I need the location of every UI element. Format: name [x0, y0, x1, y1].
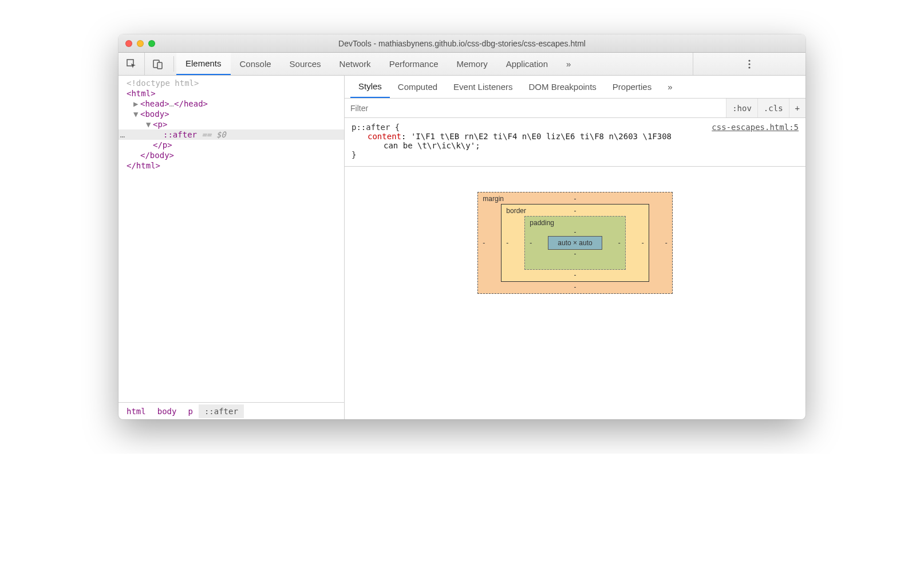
padding-right[interactable]: -: [618, 239, 621, 247]
box-model-padding[interactable]: padding - - - auto × auto -: [524, 216, 625, 270]
collapse-icon[interactable]: ▼: [133, 109, 140, 119]
box-model-wrap: margin - - - - border - - - - padding: [345, 167, 805, 419]
dom-body-open[interactable]: <body>: [140, 109, 169, 119]
collapse-icon[interactable]: ▼: [146, 120, 153, 129]
dom-html-open[interactable]: <html>: [127, 89, 156, 98]
margin-left[interactable]: -: [483, 239, 485, 247]
padding-bottom[interactable]: -: [548, 250, 602, 258]
box-model-margin[interactable]: margin - - - - border - - - - padding: [477, 192, 672, 294]
crumb-body[interactable]: body: [152, 404, 183, 418]
new-rule-button[interactable]: +: [789, 99, 805, 117]
svg-point-4: [748, 63, 750, 65]
subtab-styles[interactable]: Styles: [350, 76, 390, 98]
device-toggle-button[interactable]: [145, 53, 171, 75]
subtab-computed[interactable]: Computed: [390, 76, 445, 98]
box-model-content[interactable]: auto × auto: [548, 236, 602, 250]
padding-label: padding: [530, 219, 554, 227]
svg-rect-2: [157, 62, 162, 69]
traffic-lights: [119, 40, 155, 47]
crumb-p[interactable]: p: [182, 404, 198, 418]
dom-body-close[interactable]: </body>: [140, 151, 174, 160]
kebab-icon: [748, 60, 751, 69]
main-tabstrip: Elements Console Sources Network Perform…: [119, 53, 805, 76]
padding-left[interactable]: -: [530, 239, 532, 247]
border-left[interactable]: -: [506, 239, 508, 247]
dom-p-close[interactable]: </p>: [153, 140, 172, 150]
window-title: DevTools - mathiasbynens.github.io/css-d…: [119, 39, 805, 48]
rule-value-line2[interactable]: can be \t\r\ic\k\y';: [384, 141, 480, 150]
window-titlebar[interactable]: DevTools - mathiasbynens.github.io/css-d…: [119, 34, 805, 53]
panel-body: <!doctype html> <html> ▶<head>…</head> ▼…: [119, 76, 805, 419]
padding-top[interactable]: -: [548, 228, 602, 236]
pseudo-after: ::after: [163, 130, 197, 139]
breadcrumb: html body p ::after: [119, 402, 344, 419]
tab-application[interactable]: Application: [497, 53, 557, 75]
content-width[interactable]: auto: [558, 239, 571, 247]
border-top[interactable]: -: [502, 207, 648, 215]
border-right[interactable]: -: [642, 239, 644, 247]
tab-memory[interactable]: Memory: [448, 53, 497, 75]
crumb-after[interactable]: ::after: [199, 404, 244, 418]
zoom-window-button[interactable]: [148, 40, 155, 47]
row-actions-icon[interactable]: …: [119, 130, 127, 139]
inspect-element-button[interactable]: [119, 53, 145, 75]
margin-bottom[interactable]: -: [478, 283, 672, 291]
rule-source-link[interactable]: css-escapes.html:5: [712, 123, 799, 132]
tab-performance[interactable]: Performance: [380, 53, 448, 75]
box-model[interactable]: margin - - - - border - - - - padding: [477, 192, 672, 294]
console-ref: == $0: [197, 130, 226, 139]
box-model-border[interactable]: border - - - - padding - - - a: [501, 204, 649, 282]
dom-head[interactable]: <head>: [140, 99, 169, 108]
style-rule[interactable]: css-escapes.html:5 p::after { content: '…: [345, 118, 805, 167]
devtools-window: DevTools - mathiasbynens.github.io/css-d…: [119, 34, 805, 419]
expand-icon[interactable]: ▶: [133, 99, 140, 108]
content-height[interactable]: auto: [579, 239, 592, 247]
inspect-icon: [127, 59, 137, 69]
tab-elements[interactable]: Elements: [176, 53, 231, 75]
rule-value-line1[interactable]: 'I\F1 t\EB rn\E2 ti\F4 n\E0 liz\E6 ti\F8…: [411, 132, 672, 141]
subtab-event-listeners[interactable]: Event Listeners: [445, 76, 520, 98]
dom-doctype[interactable]: <!doctype html>: [127, 78, 199, 88]
subtab-dom-breakpoints[interactable]: DOM Breakpoints: [520, 76, 604, 98]
elements-panel: <!doctype html> <html> ▶<head>…</head> ▼…: [119, 76, 345, 419]
tab-console[interactable]: Console: [231, 53, 281, 75]
rule-property[interactable]: content: [368, 132, 401, 141]
dom-p-open[interactable]: <p>: [153, 120, 167, 129]
close-window-button[interactable]: [125, 40, 132, 47]
svg-point-3: [748, 60, 750, 61]
margin-top[interactable]: -: [478, 195, 672, 203]
rule-close-brace: }: [352, 150, 356, 159]
minimize-window-button[interactable]: [137, 40, 144, 47]
tabs-overflow-button[interactable]: »: [557, 53, 580, 75]
sidebar-tabstrip: Styles Computed Event Listeners DOM Brea…: [345, 76, 805, 99]
rule-selector[interactable]: p::after {: [352, 123, 400, 132]
styles-filter-bar: :hov .cls +: [345, 99, 805, 118]
border-bottom[interactable]: -: [502, 271, 648, 279]
crumb-html[interactable]: html: [121, 404, 152, 418]
subtab-properties[interactable]: Properties: [605, 76, 660, 98]
styles-panel: Styles Computed Event Listeners DOM Brea…: [345, 76, 805, 419]
svg-point-5: [748, 66, 750, 68]
device-icon: [153, 59, 163, 69]
tab-network[interactable]: Network: [330, 53, 380, 75]
separator: [173, 56, 174, 72]
dom-tree[interactable]: <!doctype html> <html> ▶<head>…</head> ▼…: [119, 76, 344, 402]
styles-filter-input[interactable]: [345, 99, 726, 117]
tab-sources[interactable]: Sources: [281, 53, 330, 75]
hov-toggle-button[interactable]: :hov: [726, 99, 757, 117]
cls-toggle-button[interactable]: .cls: [757, 99, 789, 117]
kebab-menu-button[interactable]: [693, 53, 805, 75]
dom-selected-node[interactable]: …::after == $0: [119, 129, 344, 140]
subtabs-overflow-button[interactable]: »: [660, 76, 680, 98]
margin-right[interactable]: -: [665, 239, 668, 247]
dom-html-close[interactable]: </html>: [127, 161, 160, 170]
